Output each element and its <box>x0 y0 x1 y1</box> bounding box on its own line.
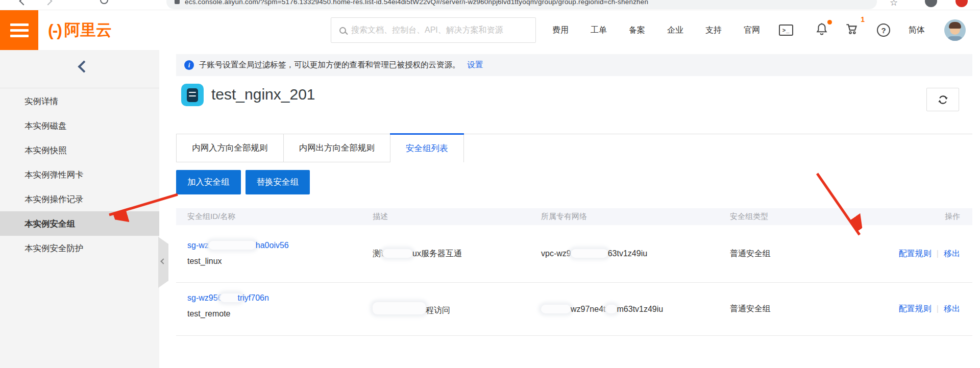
remove-link[interactable]: 移出 <box>944 249 960 258</box>
search-input[interactable] <box>351 26 535 35</box>
join-security-group-button[interactable]: 加入安全组 <box>176 170 241 194</box>
replace-security-group-button[interactable]: 替换安全组 <box>246 170 310 194</box>
sidebar-item-instance-security-protection[interactable]: 本实例安全防护 <box>0 236 159 260</box>
url-text: ecs.console.aliyun.com/?spm=5176.1332945… <box>185 0 648 6</box>
help-icon[interactable]: ? <box>877 10 890 50</box>
tab-bar: 内网入方向全部规则 内网出方向全部规则 安全组列表 <box>176 134 972 162</box>
tab-inbound-rules[interactable]: 内网入方向全部规则 <box>176 134 284 162</box>
col-vpc: 所属专有网络 <box>541 212 730 222</box>
user-avatar[interactable] <box>944 10 966 50</box>
redaction-blur <box>373 302 426 314</box>
browser-back-icon[interactable] <box>19 0 28 5</box>
type-cell: 普通安全组 <box>730 249 868 259</box>
top-navigation: 费用 工单 备案 企业 支持 官网 <box>552 10 760 50</box>
action-divider: | <box>937 249 939 258</box>
vpc-cell: wz97ne4tm63tv1z49iu <box>541 305 730 314</box>
notifications-bell-icon[interactable] <box>815 10 829 50</box>
actions-cell: 配置规则|移出 <box>868 249 972 259</box>
redaction-blur <box>571 249 608 258</box>
sidebar-resize-handle[interactable] <box>158 237 168 288</box>
configure-rules-link[interactable]: 配置规则 <box>899 249 932 258</box>
redaction-blur <box>541 305 571 313</box>
notification-dot <box>827 20 832 24</box>
description-cell: 程访问 <box>373 302 541 316</box>
security-group-id-link[interactable]: sg-wzha0oiv56 <box>187 241 289 250</box>
sidebar-item-instance-disks[interactable]: 本实例磁盘 <box>0 113 159 138</box>
sidebar-item-instance-enis[interactable]: 本实例弹性网卡 <box>0 162 159 187</box>
site-info-icon[interactable] <box>175 0 180 4</box>
browser-address-bar[interactable]: ecs.console.aliyun.com/?spm=5176.1332945… <box>166 0 877 9</box>
actions-cell: 配置规则|移出 <box>868 304 972 314</box>
security-group-table: 安全组ID/名称 描述 所属专有网络 安全组类型 操作 sg-wzha0oiv5… <box>176 208 972 336</box>
nav-item-tickets[interactable]: 工单 <box>591 25 607 36</box>
redaction-blur <box>383 249 412 258</box>
browser-reload-icon[interactable] <box>100 0 108 4</box>
table-row: sg-wzha0oiv56 test_linux 测试ux服务器互通 vpc-w… <box>176 225 972 283</box>
nav-item-support[interactable]: 支持 <box>705 25 722 36</box>
logo-text: 阿里云 <box>64 19 112 41</box>
cart-badge: 1 <box>861 15 865 23</box>
sidebar-item-instance-snapshots[interactable]: 本实例快照 <box>0 138 159 162</box>
description-cell: 测试ux服务器互通 <box>373 249 541 259</box>
sidebar-item-instance-security-groups[interactable]: 本实例安全组 <box>0 211 159 236</box>
sidebar: 实例详情 本实例磁盘 本实例快照 本实例弹性网卡 本实例操作记录 本实例安全组 … <box>0 50 159 368</box>
browser-bar: ecs.console.aliyun.com/?spm=5176.1332945… <box>0 0 980 10</box>
col-description: 描述 <box>373 212 541 222</box>
table-toolbar: 加入安全组 替换安全组 <box>176 170 310 194</box>
chevron-left-icon <box>160 258 166 264</box>
info-icon: i <box>184 60 194 70</box>
banner-text: 子账号设置全局过滤标签，可以更加方便的查看和管理已被授权的云资源。 <box>199 60 460 70</box>
instance-icon <box>181 84 204 106</box>
hamburger-menu-button[interactable] <box>0 10 38 50</box>
redaction-blur <box>209 241 256 250</box>
table-row: sg-wz956triyf706n test_remote 程访问 wz97ne… <box>176 283 972 336</box>
logo-bracket-icon: (-) <box>48 21 61 40</box>
nav-item-website[interactable]: 官网 <box>744 25 760 36</box>
aliyun-logo[interactable]: (-) 阿里云 <box>48 10 112 50</box>
security-group-name: test_linux <box>187 257 222 265</box>
col-id-name: 安全组ID/名称 <box>176 212 373 222</box>
col-type: 安全组类型 <box>730 212 868 222</box>
security-group-name: test_remote <box>187 309 230 318</box>
search-icon <box>339 27 346 34</box>
type-cell: 普通安全组 <box>730 304 868 314</box>
avatar <box>944 19 966 41</box>
language-switcher[interactable]: 简体 <box>909 10 925 50</box>
banner-settings-link[interactable]: 设置 <box>468 60 483 70</box>
nav-item-enterprise[interactable]: 企业 <box>667 25 683 36</box>
sidebar-item-instance-operation-log[interactable]: 本实例操作记录 <box>0 187 159 211</box>
browser-update-icon[interactable] <box>955 0 968 7</box>
sidebar-collapse-icon[interactable] <box>78 60 90 72</box>
redaction-blur <box>606 305 617 313</box>
browser-profile-icon[interactable] <box>925 0 937 7</box>
action-divider: | <box>937 304 939 313</box>
sidebar-item-instance-details[interactable]: 实例详情 <box>0 89 159 113</box>
browser-forward-icon[interactable] <box>44 0 53 5</box>
refresh-icon <box>937 94 949 106</box>
col-actions: 操作 <box>868 212 972 222</box>
nav-item-icp[interactable]: 备案 <box>629 25 645 36</box>
bookmark-star-icon[interactable]: ☆ <box>890 0 898 8</box>
sidebar-divider <box>0 88 159 88</box>
info-banner: i 子账号设置全局过滤标签，可以更加方便的查看和管理已被授权的云资源。 设置 <box>176 54 972 76</box>
remove-link[interactable]: 移出 <box>944 304 960 313</box>
configure-rules-link[interactable]: 配置规则 <box>899 304 932 313</box>
refresh-button[interactable] <box>926 88 959 111</box>
security-group-id-link[interactable]: sg-wz956triyf706n <box>187 293 269 302</box>
app-header: (-) 阿里云 费用 工单 备案 企业 支持 官网 >_ <box>0 10 980 50</box>
global-search-box[interactable] <box>331 17 536 43</box>
table-header: 安全组ID/名称 描述 所属专有网络 安全组类型 操作 <box>176 208 972 225</box>
tab-outbound-rules[interactable]: 内网出方向全部规则 <box>284 134 391 162</box>
vpc-cell: vpc-wz963tv1z49iu <box>541 249 730 258</box>
cloudshell-icon[interactable]: >_ <box>779 10 793 50</box>
page-title: test_nginx_201 <box>211 86 315 103</box>
nav-item-fees[interactable]: 费用 <box>552 25 569 36</box>
tab-security-group-list[interactable]: 安全组列表 <box>390 134 464 162</box>
sidebar-menu: 实例详情 本实例磁盘 本实例快照 本实例弹性网卡 本实例操作记录 本实例安全组 … <box>0 89 159 260</box>
cart-icon[interactable]: 1 <box>844 10 860 50</box>
